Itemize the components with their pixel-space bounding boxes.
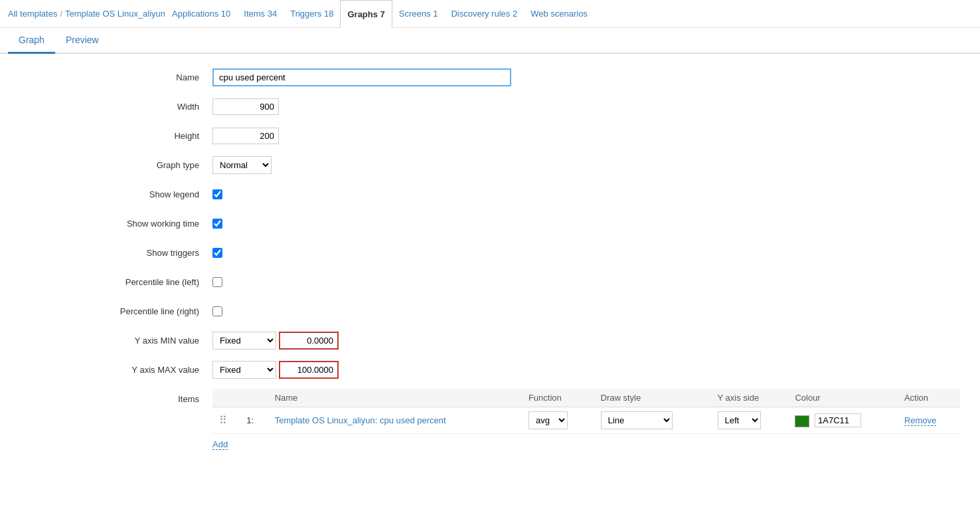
show-triggers-label: Show triggers [20, 248, 212, 258]
yaxis-min-row: Y axis MIN value Fixed Calculated Item [20, 330, 960, 350]
show-working-time-checkbox[interactable] [212, 219, 222, 229]
colour-input[interactable] [815, 413, 861, 427]
items-table-wrapper: Name Function Draw style Y axis side Col… [212, 389, 960, 450]
function-cell: avg min max all [522, 407, 594, 434]
show-legend-label: Show legend [20, 189, 212, 199]
yaxis-min-input[interactable] [279, 332, 339, 350]
yaxis-min-group: Fixed Calculated Item [212, 332, 339, 350]
name-label: Name [20, 72, 212, 82]
col-num [240, 389, 268, 407]
nav-screens[interactable]: Screens 1 [392, 0, 445, 28]
nav-discovery-rules[interactable]: Discovery rules 2 [444, 0, 524, 28]
show-triggers-checkbox[interactable] [212, 248, 222, 258]
items-section: Items Name Function Draw style Y axis si… [20, 389, 960, 450]
colour-swatch[interactable] [795, 415, 809, 427]
drag-handle-icon[interactable]: ⠿ [219, 415, 226, 426]
tab-bar: Graph Preview [0, 28, 980, 54]
remove-button[interactable]: Remove [904, 415, 936, 426]
items-table-header: Name Function Draw style Y axis side Col… [212, 389, 960, 407]
items-table: Name Function Draw style Y axis side Col… [212, 389, 960, 434]
col-action-header: Action [898, 389, 960, 407]
draw-style-cell: Line Filled region Bold line Dot Dashed … [594, 407, 711, 434]
show-triggers-row: Show triggers [20, 243, 960, 262]
col-drag [212, 389, 240, 407]
width-input[interactable] [212, 98, 279, 115]
nav-web-scenarios[interactable]: Web scenarios [524, 0, 594, 28]
nav-applications[interactable]: Applications 10 [165, 0, 237, 28]
item-name-cell: Template OS Linux_aliyun: cpu used perce… [268, 407, 522, 434]
yaxis-max-label: Y axis MAX value [20, 365, 212, 375]
graph-type-row: Graph type Normal Stacked Pie Exploded [20, 155, 960, 175]
items-label: Items [20, 389, 212, 404]
percentile-right-checkbox[interactable] [212, 306, 222, 316]
width-label: Width [20, 102, 212, 112]
yaxis-max-input[interactable] [279, 361, 339, 379]
nav-graphs[interactable]: Graphs 7 [340, 0, 392, 28]
yaxis-max-row: Y axis MAX value Fixed Calculated Item [20, 360, 960, 379]
percentile-left-checkbox[interactable] [212, 277, 222, 287]
name-input[interactable] [212, 68, 511, 86]
percentile-right-label: Percentile line (right) [20, 306, 212, 316]
show-working-time-row: Show working time [20, 213, 960, 233]
show-legend-row: Show legend [20, 184, 960, 204]
yaxis-side-cell: Left Right [711, 407, 789, 434]
col-yaxis-side-header: Y axis side [711, 389, 789, 407]
separator: / [60, 9, 62, 19]
drag-cell: ⠿ [212, 407, 240, 434]
nav-triggers[interactable]: Triggers 18 [284, 0, 340, 28]
add-item-link[interactable]: Add [212, 439, 228, 450]
row-number: 1: [246, 415, 254, 425]
height-input[interactable] [212, 128, 279, 144]
col-colour-header: Colour [788, 389, 897, 407]
yaxis-side-select[interactable]: Left Right [718, 411, 761, 429]
height-row: Height [20, 126, 960, 146]
tab-graph[interactable]: Graph [8, 28, 55, 54]
item-name-link[interactable]: Template OS Linux_aliyun: cpu used perce… [275, 415, 446, 425]
col-name-header: Name [268, 389, 522, 407]
yaxis-min-type-select[interactable]: Fixed Calculated Item [212, 332, 276, 350]
name-row: Name [20, 67, 960, 87]
height-label: Height [20, 131, 212, 141]
yaxis-min-label: Y axis MIN value [20, 336, 212, 346]
show-working-time-label: Show working time [20, 219, 212, 229]
tab-preview[interactable]: Preview [55, 28, 110, 54]
percentile-left-row: Percentile line (left) [20, 272, 960, 292]
function-select[interactable]: avg min max all [529, 411, 568, 429]
graph-type-select[interactable]: Normal Stacked Pie Exploded [212, 156, 272, 174]
main-content: Name Width Height Graph type Normal Stac… [0, 54, 980, 463]
colour-cell [788, 407, 897, 434]
breadcrumb-all-templates[interactable]: All templates [8, 9, 57, 19]
nav-items[interactable]: Items 34 [237, 0, 284, 28]
col-function-header: Function [522, 389, 594, 407]
draw-style-select[interactable]: Line Filled region Bold line Dot Dashed … [601, 411, 673, 429]
col-draw-style-header: Draw style [594, 389, 711, 407]
table-row: ⠿ 1: Template OS Linux_aliyun: cpu used … [212, 407, 960, 434]
breadcrumb-template[interactable]: Template OS Linux_aliyun [65, 9, 165, 19]
yaxis-max-type-select[interactable]: Fixed Calculated Item [212, 361, 276, 379]
graph-type-label: Graph type [20, 160, 212, 170]
width-row: Width [20, 96, 960, 116]
top-navigation: All templates / Template OS Linux_aliyun… [0, 0, 980, 28]
percentile-left-label: Percentile line (left) [20, 277, 212, 287]
row-num-cell: 1: [240, 407, 268, 434]
action-cell: Remove [898, 407, 960, 434]
show-legend-checkbox[interactable] [212, 189, 222, 199]
yaxis-max-group: Fixed Calculated Item [212, 361, 339, 379]
percentile-right-row: Percentile line (right) [20, 301, 960, 321]
